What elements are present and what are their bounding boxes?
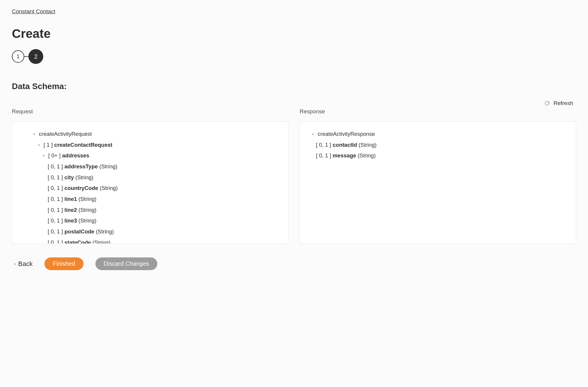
chevron-left-icon: ‹ xyxy=(14,261,16,267)
tree-field-name: line3 xyxy=(65,217,77,224)
tree-cardinality: [ 0, 1 ] xyxy=(48,228,65,235)
tree-row-field[interactable]: [ 0, 1 ] city (String) xyxy=(19,172,281,183)
back-label: Back xyxy=(18,260,33,268)
tree-row-child[interactable]: [ 1 ] createContactRequest xyxy=(19,140,281,151)
tree-field-type: (String) xyxy=(357,142,376,148)
response-column-header: Response xyxy=(300,108,576,115)
tree-field-type: (String) xyxy=(77,196,97,202)
back-button[interactable]: ‹ Back xyxy=(14,260,33,268)
tree-cardinality: [ 0, 1 ] xyxy=(48,217,65,224)
tree-cardinality: [ 1 ] xyxy=(44,142,54,148)
tree-field-name: city xyxy=(65,174,74,180)
tree-field-name: contactId xyxy=(333,142,357,148)
request-column: Request createActivityRequest [ 1 ] crea… xyxy=(12,108,289,244)
tree-field-name: message xyxy=(333,152,356,159)
tree-cardinality: [ 0+ ] xyxy=(48,152,62,159)
refresh-icon[interactable] xyxy=(544,101,550,106)
tree-field-name: addresses xyxy=(62,152,89,159)
tree-row-child[interactable]: [ 0+ ] addresses xyxy=(19,150,281,161)
chevron-down-icon[interactable] xyxy=(310,132,316,136)
breadcrumb: Constant Contact xyxy=(12,8,576,15)
tree-row-field[interactable]: [ 0, 1 ] addressType (String) xyxy=(19,161,281,172)
tree-field-type: (String) xyxy=(356,152,376,159)
page-title: Create xyxy=(12,27,576,41)
refresh-row: Refresh xyxy=(12,100,576,107)
tree-row-field[interactable]: [ 0, 1 ] message (String) xyxy=(307,150,569,161)
tree-row-root[interactable]: createActivityResponse xyxy=(307,129,569,140)
tree-field-type: (String) xyxy=(98,185,118,191)
section-heading-data-schema: Data Schema: xyxy=(12,82,576,91)
request-panel: createActivityRequest [ 1 ] createContac… xyxy=(12,121,289,244)
tree-field-name: addressType xyxy=(65,163,98,170)
finished-button[interactable]: Finished xyxy=(44,257,84,270)
tree-row-field[interactable]: [ 0, 1 ] line2 (String) xyxy=(19,205,281,216)
step-1[interactable]: 1 xyxy=(12,50,24,63)
tree-cardinality: [ 0, 1 ] xyxy=(48,207,65,213)
tree-row-field[interactable]: [ 0, 1 ] postalCode (String) xyxy=(19,226,281,237)
tree-row-field[interactable]: [ 0, 1 ] contactId (String) xyxy=(307,140,569,151)
tree-field-type: (String) xyxy=(74,174,93,180)
tree-field-name: createContactRequest xyxy=(54,142,112,148)
chevron-down-icon[interactable] xyxy=(31,132,37,136)
response-panel: createActivityResponse [ 0, 1 ] contactI… xyxy=(300,121,576,244)
chevron-down-icon[interactable] xyxy=(36,143,42,147)
tree-cardinality: [ 0, 1 ] xyxy=(48,163,65,170)
tree-row-field[interactable]: [ 0, 1 ] stateCode (String) xyxy=(19,237,281,244)
tree-cardinality: [ 0, 1 ] xyxy=(316,142,333,148)
tree-cardinality: [ 0, 1 ] xyxy=(316,152,333,159)
step-connector xyxy=(24,56,28,57)
refresh-button[interactable]: Refresh xyxy=(553,100,573,107)
discard-changes-button[interactable]: Discard Changes xyxy=(95,257,157,270)
tree-field-name: postalCode xyxy=(65,228,94,235)
tree-field-name: countryCode xyxy=(65,185,98,191)
chevron-down-icon[interactable] xyxy=(41,154,47,158)
wizard-stepper: 1 2 xyxy=(12,49,576,64)
tree-cardinality: [ 0, 1 ] xyxy=(48,185,65,191)
tree-cardinality: [ 0, 1 ] xyxy=(48,196,65,202)
tree-row-field[interactable]: [ 0, 1 ] line3 (String) xyxy=(19,215,281,226)
tree-field-type: (String) xyxy=(77,207,97,213)
tree-cardinality: [ 0, 1 ] xyxy=(48,174,65,180)
tree-field-type: (String) xyxy=(98,163,117,170)
tree-field-name: line1 xyxy=(65,196,77,202)
footer-actions: ‹ Back Finished Discard Changes xyxy=(12,257,576,270)
tree-cardinality: [ 0, 1 ] xyxy=(48,239,65,244)
tree-field-type: (String) xyxy=(77,217,97,224)
tree-field-type: (String) xyxy=(94,228,114,235)
tree-label: createActivityRequest xyxy=(39,130,92,138)
schema-columns: Request createActivityRequest [ 1 ] crea… xyxy=(12,108,576,244)
tree-field-type: (String) xyxy=(91,239,110,244)
tree-field-name: line2 xyxy=(65,207,77,213)
breadcrumb-link-constant-contact[interactable]: Constant Contact xyxy=(12,8,55,14)
request-column-header: Request xyxy=(12,108,289,115)
tree-label: createActivityResponse xyxy=(318,130,375,138)
tree-field-name: stateCode xyxy=(65,239,91,244)
tree-row-field[interactable]: [ 0, 1 ] line1 (String) xyxy=(19,194,281,205)
tree-row-field[interactable]: [ 0, 1 ] countryCode (String) xyxy=(19,183,281,194)
tree-row-root[interactable]: createActivityRequest xyxy=(19,129,281,140)
response-column: Response createActivityResponse [ 0, 1 ]… xyxy=(300,108,576,244)
step-2[interactable]: 2 xyxy=(28,49,43,64)
